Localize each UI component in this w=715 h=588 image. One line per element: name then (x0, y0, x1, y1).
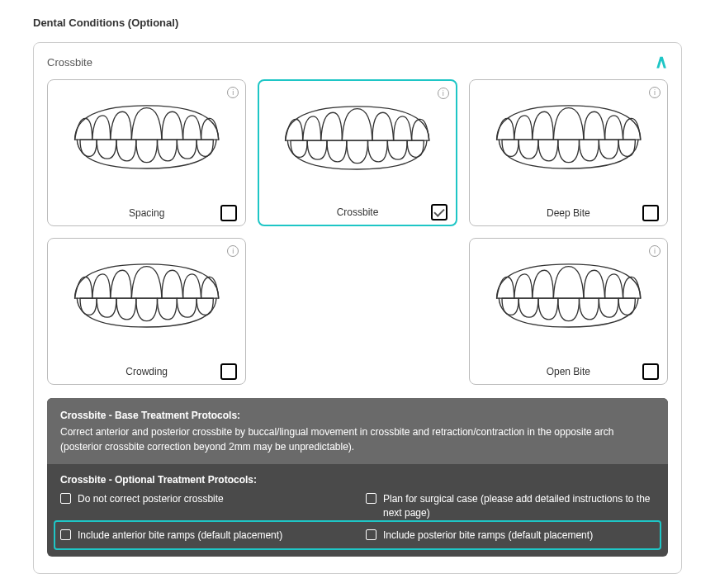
teeth-illustration (476, 245, 661, 336)
teeth-illustration (266, 88, 448, 178)
protocol-checkbox[interactable] (60, 529, 71, 540)
condition-card[interactable]: iCrowding (47, 238, 246, 385)
cards-grid: iSpacingiCrossbiteiDeep BiteiCrowdingiOp… (47, 79, 668, 385)
base-protocols: Crossbite - Base Treatment Protocols: Co… (47, 398, 668, 464)
protocol-checkbox[interactable] (366, 529, 376, 540)
base-protocols-title: Crossbite - Base Treatment Protocols: (60, 408, 655, 423)
protocol-option[interactable]: Include anterior bite ramps (default pla… (60, 529, 349, 543)
condition-checkbox[interactable] (642, 205, 659, 221)
base-protocols-text: Correct anterior and posterior crossbite… (60, 424, 655, 454)
protocols-panel: Crossbite - Base Treatment Protocols: Co… (47, 398, 668, 557)
info-icon[interactable]: i (649, 87, 661, 98)
condition-card[interactable]: iCrossbite (258, 79, 457, 226)
protocol-option[interactable]: Do not correct posterior crossbite (60, 492, 349, 520)
conditions-panel: Crossbite ∧ iSpacingiCrossbiteiDeep Bite… (33, 42, 682, 574)
condition-checkbox[interactable] (642, 363, 659, 380)
protocol-label: Include posterior bite ramps (default pl… (383, 529, 593, 543)
info-icon[interactable]: i (438, 88, 449, 99)
panel-header[interactable]: Crossbite ∧ (47, 53, 668, 71)
protocol-checkbox[interactable] (60, 493, 71, 504)
condition-label: Spacing (56, 207, 237, 219)
card-placeholder (258, 238, 457, 385)
protocol-option[interactable]: Include posterior bite ramps (default pl… (366, 529, 655, 543)
protocol-label: Include anterior bite ramps (default pla… (78, 529, 282, 543)
condition-checkbox[interactable] (431, 204, 447, 220)
teeth-illustration (476, 87, 661, 178)
condition-card[interactable]: iSpacing (47, 79, 246, 226)
protocol-label: Do not correct posterior crossbite (78, 492, 224, 506)
optional-protocols: Crossbite - Optional Treatment Protocols… (47, 464, 668, 557)
condition-label: Deep Bite (478, 207, 659, 219)
protocol-option[interactable]: Plan for surgical case (please add detai… (366, 492, 655, 520)
chevron-up-icon[interactable]: ∧ (655, 53, 668, 71)
condition-checkbox[interactable] (220, 363, 237, 380)
condition-label: Crossbite (268, 206, 447, 218)
section-title: Dental Conditions (Optional) (33, 17, 682, 29)
condition-checkbox[interactable] (220, 205, 237, 221)
condition-label: Crowding (56, 366, 237, 377)
condition-card[interactable]: iOpen Bite (469, 238, 668, 385)
protocol-label: Plan for surgical case (please add detai… (383, 492, 655, 520)
condition-card[interactable]: iDeep Bite (469, 79, 668, 226)
panel-title: Crossbite (47, 56, 92, 69)
teeth-illustration (54, 87, 239, 178)
info-icon[interactable]: i (649, 245, 661, 257)
optional-protocols-title: Crossbite - Optional Treatment Protocols… (60, 474, 655, 486)
teeth-illustration (54, 245, 239, 336)
condition-label: Open Bite (478, 366, 659, 377)
protocol-checkbox[interactable] (366, 493, 376, 504)
